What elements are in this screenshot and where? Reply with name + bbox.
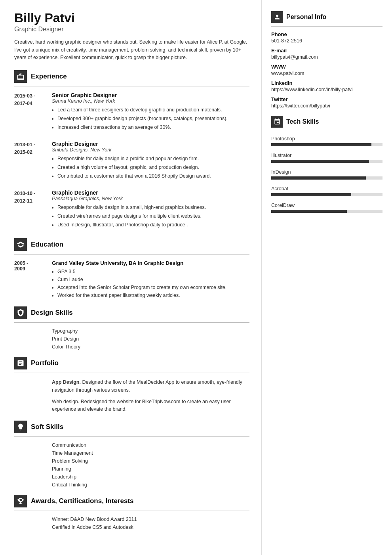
personal-info-divider [271, 26, 382, 27]
exp-content: Graphic DesignerPassalaqua Graphics, New… [52, 189, 249, 230]
portfolio-item: App Design. Designed the flow of the Mea… [52, 379, 249, 394]
tech-skills-header: Tech Skills [271, 116, 382, 128]
candidate-summary: Creative, hard working graphic designer … [14, 38, 249, 61]
portfolio-header: Portfolio [14, 357, 249, 369]
exp-dates: 2013-01 - 2015-02 [14, 141, 52, 181]
education-items: 2005 - 2009Grand Valley State University… [14, 260, 249, 299]
bulb-icon [17, 423, 25, 431]
portfolio-title: Portfolio [31, 359, 59, 367]
info-label: WWW [271, 64, 382, 70]
header-block: Billy Patvi Graphic Designer Creative, h… [14, 11, 249, 61]
experience-section: Experience 2015-03 - 2017-04Senior Graph… [14, 70, 249, 230]
bar-fill [271, 143, 371, 146]
soft-skill-item: Critical Thinking [52, 482, 249, 488]
exp-company: Passalaqua Graphics, New York [52, 196, 249, 201]
awards-list: Winner: D&AD New Blood Award 2011Certifi… [14, 517, 249, 530]
exp-bullet: Responsible for daily design in a small,… [57, 203, 249, 211]
info-label: Phone [271, 31, 382, 37]
document-icon [17, 359, 25, 367]
design-skills-header: Design Skills [14, 306, 249, 319]
soft-skill-item: Problem Solving [52, 458, 249, 464]
exp-bullet: Created a high volume of layout, graphic… [57, 163, 249, 171]
tech-skill-name: Illustrator [271, 153, 382, 158]
tech-skills-title: Tech Skills [286, 118, 319, 125]
award-item: Winner: D&AD New Blood Award 2011 [52, 517, 249, 522]
design-skill-item: Typography [52, 328, 249, 334]
tech-skills-bars: PhotoshopIllustratorInDesignAcrobatCorel… [271, 136, 382, 213]
info-value: 501-872-2516 [271, 38, 382, 44]
education-header: Education [14, 238, 249, 251]
candidate-title: Graphic Designer [14, 26, 249, 33]
design-skills-icon [14, 306, 27, 319]
exp-bullet: Developed 300+ graphic design projects (… [57, 115, 249, 122]
info-value: www.patvi.com [271, 71, 382, 76]
education-title: Education [31, 241, 63, 249]
exp-bullets: Responsible for daily design in a small,… [52, 203, 249, 229]
awards-icon [14, 495, 27, 507]
experience-divider [14, 86, 249, 86]
bar-fill [271, 193, 351, 196]
tech-skill-item: InDesign [271, 169, 382, 180]
tech-skill-name: Acrobat [271, 186, 382, 191]
edu-bullet: Cum Laude [57, 276, 249, 283]
edu-bullet: Worked for the student paper illustratin… [57, 291, 249, 299]
tech-icon [274, 118, 281, 125]
bar-fill [271, 176, 366, 180]
soft-skills-header: Soft Skills [14, 421, 249, 433]
soft-skill-item: Communication [52, 442, 249, 448]
soft-skill-item: Leadership [52, 474, 249, 480]
bar-fill [271, 160, 369, 163]
edu-bullet: GPA 3.5 [57, 268, 249, 276]
edu-bullet: Accepted into the Senior Scholar Program… [57, 283, 249, 291]
experience-title: Experience [31, 73, 67, 80]
tech-skills-divider [271, 131, 382, 131]
tech-skill-name: CorelDraw [271, 203, 382, 208]
design-skills-list: TypographyPrint DesignColor Theory [14, 328, 249, 350]
education-section: Education 2005 - 2009Grand Valley State … [14, 238, 249, 299]
experience-item: 2013-01 - 2015-02Graphic DesignerShibula… [14, 141, 249, 181]
experience-items: 2015-03 - 2017-04Senior Graphic Designer… [14, 92, 249, 230]
exp-bullet: Created wireframes and page designs for … [57, 212, 249, 220]
tech-skill-name: InDesign [271, 169, 382, 175]
design-skill-item: Color Theory [52, 344, 249, 350]
exp-role: Graphic Designer [52, 189, 249, 196]
personal-info-header: Personal Info [271, 11, 382, 23]
design-skills-section: Design Skills TypographyPrint DesignColo… [14, 306, 249, 350]
personal-info-fields: Phone501-872-2516E-mailbillypatvi@gmail.… [271, 31, 382, 109]
edu-bullets: GPA 3.5Cum LaudeAccepted into the Senior… [52, 268, 249, 299]
info-value: billypatvi@gmail.com [271, 54, 382, 60]
portfolio-items: App Design. Designed the flow of the Mea… [14, 379, 249, 413]
portfolio-icon [14, 357, 27, 369]
award-icon [17, 497, 25, 505]
soft-skills-title: Soft Skills [31, 423, 63, 431]
exp-bullet: Responsible for daily design in a prolif… [57, 155, 249, 163]
portfolio-bold: App Design. [52, 379, 81, 385]
briefcase-icon [17, 73, 25, 80]
edu-dates: 2005 - 2009 [14, 260, 52, 299]
exp-dates: 2015-03 - 2017-04 [14, 92, 52, 132]
exp-bullet: Led a team of three designers to develop… [57, 106, 249, 114]
design-skill-item: Print Design [52, 336, 249, 342]
edu-school: Grand Valley State University, BA in Gra… [52, 260, 249, 266]
portfolio-divider [14, 373, 249, 373]
soft-skills-divider [14, 436, 249, 437]
edu-content: Grand Valley State University, BA in Gra… [52, 260, 249, 299]
personal-info-icon [271, 11, 283, 23]
exp-bullet: Used InDesign, Illustrator, and Photosho… [57, 221, 249, 229]
tech-skill-item: Acrobat [271, 186, 382, 196]
bar-track [271, 193, 382, 196]
design-skills-divider [14, 322, 249, 323]
exp-bullet: Contributed to a customer site that won … [57, 172, 249, 180]
award-item: Certified in Adobe CS5 and Autodesk [52, 524, 249, 530]
awards-header: Awards, Certifications, Interests [14, 495, 249, 507]
resume-container: Billy Patvi Graphic Designer Creative, h… [0, 0, 392, 555]
design-skills-title: Design Skills [31, 309, 73, 317]
right-column: Personal Info Phone501-872-2516E-mailbil… [261, 0, 392, 555]
tech-skill-item: CorelDraw [271, 203, 382, 213]
soft-skills-list: CommunicationTime ManagementProblem Solv… [14, 442, 249, 488]
exp-bullets: Responsible for daily design in a prolif… [52, 155, 249, 180]
portfolio-item: Web design. Redesigned the website for B… [52, 398, 249, 413]
personal-info-section: Personal Info Phone501-872-2516E-mailbil… [271, 11, 382, 109]
awards-divider [14, 511, 249, 511]
tech-skills-icon [271, 116, 283, 128]
